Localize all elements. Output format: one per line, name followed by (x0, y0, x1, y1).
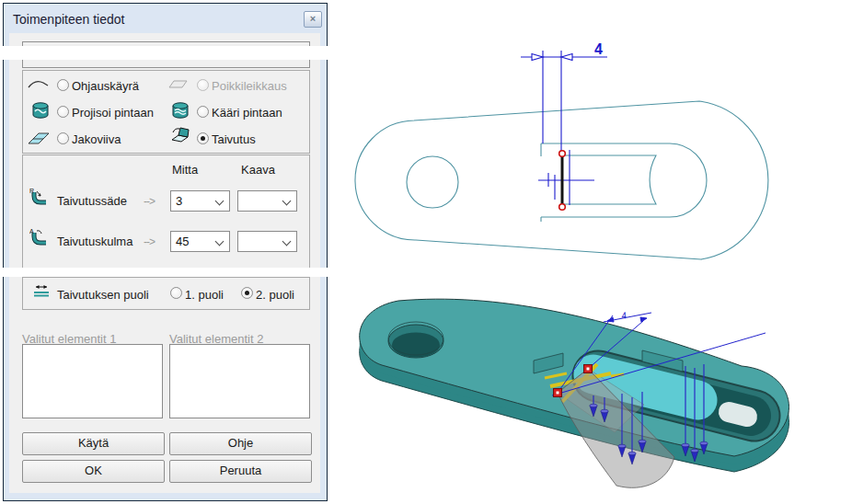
operation-details-dialog: Toimenpiteen tiedot × Ohjauskäyrä Poikki… (3, 3, 328, 501)
radio-label-side-2: 2. puoli (256, 288, 294, 302)
dimension-value-3d: 4 (620, 310, 627, 321)
svg-text:R: R (29, 188, 34, 194)
app-canvas: { "dialog": { "title": "Toimenpiteen tie… (0, 0, 852, 504)
taivutuskulma-mitta-value: 45 (176, 235, 189, 248)
radio-label-jakoviiva: Jakoviiva (72, 132, 121, 146)
bend-icon (170, 125, 190, 143)
bend-side-label: Taivutuksen puoli (57, 288, 149, 302)
taivutuskulma-mitta-combo[interactable]: 45 (170, 231, 230, 252)
cancel-button[interactable]: Peruuta (169, 460, 312, 483)
radio-jakoviiva[interactable] (57, 132, 69, 144)
left-hole-2d (407, 156, 458, 208)
help-button[interactable]: Ohje (169, 432, 312, 455)
dim-arrow-left (532, 54, 543, 61)
radio-ohjauskayra[interactable] (57, 79, 69, 91)
column-header-kaava: Kaava (241, 163, 275, 177)
radio-side-1[interactable] (170, 287, 182, 299)
wrap-to-surface-icon (171, 101, 190, 121)
radio-label-taivutus: Taivutus (212, 132, 256, 146)
column-header-mitta: Mitta (172, 163, 198, 177)
svg-text:A: A (29, 228, 34, 235)
radio-label-kaari: Kääri pintaan (212, 106, 282, 120)
param-label-taivutuskulma: Taivutuskulma (57, 235, 132, 248)
selected-elements-1-list[interactable] (22, 344, 163, 418)
chevron-down-icon (282, 197, 292, 206)
apply-button[interactable]: Käytä (22, 432, 165, 455)
radio-kaari[interactable] (197, 106, 209, 118)
ok-button[interactable]: OK (22, 460, 165, 483)
taivutussade-mitta-combo[interactable]: 3 (170, 190, 230, 212)
radio-projisoi[interactable] (57, 106, 69, 118)
taivutussade-kaava-combo[interactable] (237, 190, 297, 212)
split-line-icon (28, 129, 52, 145)
mask-strip-top (0, 46, 344, 60)
bend-radius-icon: R (29, 187, 48, 207)
radio-label-poikkileikkaus: Poikkileikkaus (212, 79, 287, 93)
param-arrow: --> (144, 195, 155, 208)
bend-angle-icon: A (29, 227, 48, 247)
radio-taivutus[interactable] (197, 132, 209, 144)
bend-side-icon (31, 282, 52, 299)
dimension-value-2d: 4 (594, 41, 603, 57)
radio-label-side-1: 1. puoli (185, 288, 224, 302)
close-icon[interactable]: × (304, 11, 322, 28)
chevron-down-icon (215, 237, 225, 246)
mask-strip-middle (0, 268, 344, 277)
radio-side-2[interactable] (241, 287, 253, 299)
chevron-down-icon (215, 197, 225, 206)
param-arrow: --> (144, 235, 155, 248)
bend-endpoint-marker[interactable] (559, 204, 566, 211)
project-to-surface-icon (31, 101, 50, 121)
curve-icon (28, 77, 50, 90)
dim-arrow-right (561, 54, 572, 61)
dialog-body: Ohjauskäyrä Poikkileikkaus Projisoi pint… (9, 33, 320, 493)
chevron-down-icon (282, 237, 292, 246)
radio-label-ohjauskayra: Ohjauskäyrä (72, 79, 139, 93)
dialog-title: Toimenpiteen tiedot (13, 12, 124, 27)
top-view-2d[interactable]: 4 (350, 18, 852, 281)
taivutussade-mitta-value: 3 (176, 194, 182, 208)
radio-label-projisoi: Projisoi pintaan (72, 106, 154, 120)
param-label-taivutussade: Taivutussäde (57, 194, 127, 208)
bend-endpoint-marker[interactable] (559, 151, 566, 157)
radio-poikkileikkaus[interactable] (197, 79, 209, 91)
iso-view-3d[interactable]: 4 (328, 276, 852, 504)
selected-elements-2-list[interactable] (169, 344, 310, 418)
cross-section-icon (167, 77, 190, 90)
taivutuskulma-kaava-combo[interactable] (237, 231, 297, 252)
dimension-annotation-2d (521, 51, 607, 205)
